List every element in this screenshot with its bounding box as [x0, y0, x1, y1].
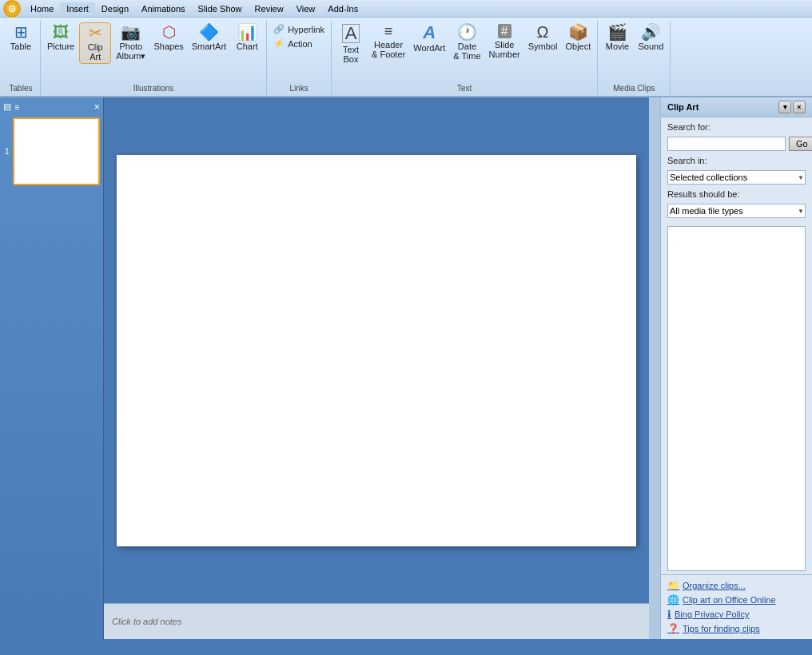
slidenumber-label: SlideNumber: [489, 40, 520, 59]
slidenumber-icon: #: [498, 24, 511, 38]
bing-privacy-label: Bing Privacy Policy: [675, 609, 750, 619]
table-icon: ⊞: [14, 24, 28, 40]
outline-tab[interactable]: ≡: [14, 102, 19, 112]
ribbon-btn-photoalbum[interactable]: 📷 PhotoAlbum▾: [113, 22, 149, 63]
office-button[interactable]: ⊙: [3, 0, 21, 18]
search-input[interactable]: [667, 137, 786, 151]
sound-icon: 🔊: [641, 24, 661, 40]
datetime-icon: 🕐: [457, 24, 477, 40]
wordart-icon: A: [423, 24, 436, 42]
ribbon-btn-object[interactable]: 📦 Object: [562, 22, 594, 53]
menu-addins[interactable]: Add-Ins: [321, 2, 364, 15]
ribbon-btn-textbox[interactable]: A TextBox: [335, 22, 367, 66]
shapes-icon: ⬡: [162, 24, 176, 40]
tips-link[interactable]: ❓ Tips for finding clips: [667, 623, 806, 634]
ribbon-btn-clipart[interactable]: ✂ ClipArt: [79, 22, 111, 64]
search-in-select[interactable]: Selected collections Everywhere My Colle…: [667, 170, 806, 185]
text-group-label: Text: [332, 84, 597, 93]
bing-privacy-icon: ℹ: [667, 609, 671, 620]
object-label: Object: [565, 42, 591, 51]
ribbon-btn-hyperlink[interactable]: 🔗 Hyperlink: [270, 22, 328, 36]
menu-review[interactable]: Review: [249, 2, 290, 15]
clip-art-online-icon: 🌐: [667, 594, 679, 605]
ribbon-btn-symbol[interactable]: Ω Symbol: [525, 22, 561, 53]
photoalbum-label: PhotoAlbum▾: [116, 42, 145, 62]
action-label: Action: [288, 39, 312, 49]
hyperlink-label: Hyperlink: [288, 25, 324, 34]
ribbon-btn-datetime[interactable]: 🕐 Date& Time: [450, 22, 484, 62]
clip-art-pin-btn[interactable]: ▾: [778, 101, 791, 113]
slide-panel-header: ▤ ≡ ×: [3, 101, 100, 113]
slides-tab[interactable]: ▤: [3, 101, 11, 112]
results-wrapper: All media file types Photographs Movies …: [667, 204, 806, 218]
notes-area[interactable]: Click to add notes: [104, 603, 649, 639]
menu-view[interactable]: View: [290, 2, 322, 15]
shapes-label: Shapes: [153, 42, 183, 51]
ribbon-btn-action[interactable]: ⚡ Action: [270, 37, 328, 50]
menu-animations[interactable]: Animations: [135, 2, 191, 15]
ribbon-btn-smartart[interactable]: 🔷 SmartArt: [189, 22, 229, 53]
tips-label: Tips for finding clips: [683, 624, 760, 633]
menu-home[interactable]: Home: [24, 2, 60, 15]
ribbon-btn-chart[interactable]: 📊 Chart: [231, 22, 263, 53]
go-button[interactable]: Go: [789, 137, 812, 151]
results-select[interactable]: All media file types Photographs Movies …: [667, 204, 806, 218]
movie-label: Movie: [606, 42, 629, 51]
clip-art-title: Clip Art: [667, 102, 699, 112]
slide-container: [104, 97, 649, 603]
ribbon-btn-shapes[interactable]: ⬡ Shapes: [150, 22, 186, 53]
picture-icon: 🖼: [53, 24, 69, 40]
ribbon-btn-table[interactable]: ⊞ Table: [5, 22, 37, 53]
ribbon-btn-headerfooter[interactable]: ≡ Header& Footer: [368, 22, 408, 61]
slide-thumbnail[interactable]: [13, 117, 100, 185]
smartart-icon: 🔷: [199, 24, 219, 40]
bing-privacy-link[interactable]: ℹ Bing Privacy Policy: [667, 609, 806, 620]
mediaclips-group-label: Media Clips: [598, 84, 670, 93]
clip-art-online-label: Clip art on Office Online: [683, 595, 776, 605]
clip-art-header: Clip Art ▾ ×: [661, 97, 812, 117]
menu-bar: ⊙ Home Insert Design Animations Slide Sh…: [0, 0, 812, 18]
clip-art-footer: 📁 Organize clips... 🌐 Clip art on Office…: [661, 574, 812, 639]
menu-insert[interactable]: Insert: [60, 2, 95, 15]
close-panel-btn[interactable]: ×: [94, 101, 100, 113]
ribbon-btn-movie[interactable]: 🎬 Movie: [601, 22, 633, 53]
clipart-label: ClipArt: [88, 42, 103, 62]
ribbon-group-illustrations: 🖼 Picture ✂ ClipArt 📷 PhotoAlbum▾ ⬡ Shap…: [41, 21, 267, 96]
headerfooter-icon: ≡: [384, 24, 393, 38]
ribbon-btn-picture[interactable]: 🖼 Picture: [44, 22, 78, 53]
menu-design[interactable]: Design: [95, 2, 135, 15]
illustrations-group-label: Illustrations: [41, 84, 266, 93]
object-icon: 📦: [568, 24, 588, 40]
clip-art-panel: Clip Art ▾ × Search for: Go Search in: S…: [660, 97, 812, 639]
sound-label: Sound: [638, 42, 663, 51]
notes-placeholder: Click to add notes: [112, 617, 181, 626]
links-group-label: Links: [267, 84, 331, 93]
action-icon: ⚡: [273, 38, 285, 49]
menu-slideshow[interactable]: Slide Show: [192, 2, 249, 15]
results-label: Results should be:: [667, 189, 806, 199]
headerfooter-label: Header& Footer: [372, 40, 405, 59]
datetime-label: Date& Time: [453, 42, 480, 61]
search-in-label: Search in:: [667, 156, 806, 165]
slide-canvas[interactable]: [117, 155, 636, 546]
slide-number: 1: [5, 147, 10, 156]
clip-art-body: Search for: Go Search in: Selected colle…: [661, 117, 812, 223]
slide-panel: ▤ ≡ × 1: [0, 97, 104, 639]
symbol-icon: Ω: [537, 24, 549, 40]
chart-label: Chart: [237, 42, 258, 51]
clip-art-online-link[interactable]: 🌐 Clip art on Office Online: [667, 594, 806, 605]
main-area: ▤ ≡ × 1 Click to add notes Clip Art ▾ ×: [0, 97, 812, 639]
ribbon-btn-slidenumber[interactable]: # SlideNumber: [486, 22, 523, 61]
picture-label: Picture: [47, 42, 74, 51]
movie-icon: 🎬: [607, 24, 627, 40]
textbox-label: TextBox: [343, 45, 359, 64]
clip-art-close-btn[interactable]: ×: [793, 101, 806, 113]
ribbon-btn-sound[interactable]: 🔊 Sound: [635, 22, 667, 53]
ribbon: ⊞ Table Tables 🖼 Picture ✂ ClipArt 📷 Pho…: [0, 18, 812, 97]
ribbon-group-text: A TextBox ≡ Header& Footer A WordArt 🕐 D…: [332, 21, 598, 96]
organize-clips-link[interactable]: 📁 Organize clips...: [667, 580, 806, 591]
ribbon-group-links: 🔗 Hyperlink ⚡ Action Links: [267, 21, 332, 96]
ribbon-btn-wordart[interactable]: A WordArt: [410, 22, 448, 54]
wordart-label: WordArt: [413, 43, 445, 53]
vertical-scrollbar[interactable]: [649, 97, 660, 639]
